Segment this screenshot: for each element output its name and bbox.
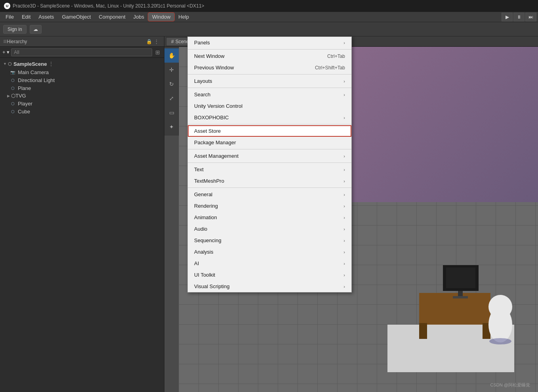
layouts-arrow: › [343,79,345,84]
menu-asset-store[interactable]: Asset Store [188,125,351,137]
animation-arrow: › [343,215,345,220]
scene-item-samplescene[interactable]: ▼ ⬡ SampleScene ⋮ [0,59,164,68]
svg-rect-7 [453,296,468,298]
scene-options-button[interactable]: ⋮ [47,61,55,67]
search-arrow: › [343,92,345,97]
hierarchy-content: ▼ ⬡ SampleScene ⋮ 📷 Main Camera ⬡ Direct… [0,58,164,117]
divider-3 [188,88,351,88]
title-bar: U Practice3D - SampleScene - Windows, Ma… [0,0,538,12]
scale-tool[interactable]: ⤢ [164,91,179,105]
title-text: Practice3D - SampleScene - Windows, Mac,… [13,3,204,9]
hand-tool[interactable]: ✋ [164,48,179,63]
cube-label: Cube [18,109,30,115]
menu-edit[interactable]: Edit [18,13,34,21]
general-arrow: › [343,192,345,197]
svg-rect-2 [419,323,427,339]
hierarchy-item-player[interactable]: ⬡ Player [0,99,164,107]
menu-boxophobic[interactable]: BOXOPHOBIC › [188,112,351,123]
menu-text[interactable]: Text › [188,164,351,175]
cube-icon: ⬡ [10,108,16,115]
scene-tab-label: Scene [176,39,189,44]
svg-rect-6 [458,291,463,297]
menu-file[interactable]: File [2,13,18,21]
menu-animation[interactable]: Animation › [188,212,351,223]
light-icon: ⬡ [10,77,16,83]
hierarchy-item-tvg[interactable]: ▶ ⬡ TVG [0,92,164,99]
step-button[interactable]: ⏭ [525,13,536,21]
plane-label: Plane [18,85,31,91]
plane-icon: ⬡ [10,85,16,91]
watermark: CSDN @阿松爱睡觉 [490,382,530,388]
menu-visual-scripting[interactable]: Visual Scripting › [188,281,351,292]
menu-ai[interactable]: AI › [188,258,351,269]
menu-textmeshpro[interactable]: TextMeshPro › [188,175,351,187]
rendering-arrow: › [343,204,345,208]
textmeshpro-arrow: › [343,179,345,184]
unity-logo: U [4,3,10,9]
divider-1 [188,49,351,50]
hierarchy-toolbar: + ▾ ⊞ [0,47,164,58]
menu-package-manager[interactable]: Package Manager [188,137,351,148]
menu-component[interactable]: Component [95,13,129,21]
menu-sequencing[interactable]: Sequencing › [188,235,351,246]
text-arrow: › [343,167,345,172]
svg-rect-5 [446,268,475,288]
menu-gameobject[interactable]: GameObject [58,13,95,21]
menu-assets[interactable]: Assets [34,13,58,21]
rect-tool[interactable]: ▭ [164,105,179,120]
hierarchy-icon: ☰ [3,39,7,44]
player-icon: ⬡ [10,100,16,107]
divider-4 [188,124,351,124]
menu-version-control[interactable]: Unity Version Control [188,100,351,112]
menu-window[interactable]: Window [148,13,174,21]
rotate-tool[interactable]: ↻ [164,77,179,91]
hierarchy-item-plane[interactable]: ⬡ Plane [0,84,164,92]
main-camera-label: Main Camera [18,69,49,75]
menu-help[interactable]: Help [174,13,193,21]
play-button[interactable]: ▶ [502,13,513,21]
hierarchy-header: ☰ Hierarchy 🔒 ⋮ [0,36,164,47]
hierarchy-item-main-camera[interactable]: 📷 Main Camera [0,68,164,76]
window-dropdown-menu: Panels › Next Window Ctrl+Tab Previous W… [187,36,352,293]
divider-2 [188,74,351,75]
hierarchy-item-directional-light[interactable]: ⬡ Directional Light [0,76,164,84]
menu-rendering[interactable]: Rendering › [188,200,351,212]
menu-layouts[interactable]: Layouts › [188,75,351,87]
menu-ui-toolkit[interactable]: UI Toolkit › [188,269,351,281]
menu-audio[interactable]: Audio › [188,223,351,235]
divider-7 [188,187,351,188]
hierarchy-title: Hierarchy [7,39,27,44]
hierarchy-search-input[interactable] [11,48,152,56]
directional-light-label: Directional Light [18,77,55,83]
menu-next-window[interactable]: Next Window Ctrl+Tab [188,50,351,62]
player-label: Player [18,101,32,107]
top-toolbar: Sign in ☁ [0,22,538,36]
hierarchy-panel: ☰ Hierarchy 🔒 ⋮ + ▾ ⊞ ▼ ⬡ SampleScene ⋮ … [0,36,164,392]
hierarchy-item-cube[interactable]: ⬡ Cube [0,107,164,115]
menu-search[interactable]: Search › [188,89,351,100]
asset-management-arrow: › [343,154,345,159]
hierarchy-options-button[interactable]: ⋮ [152,38,161,45]
menu-bar: File Edit Assets GameObject Component Jo… [0,12,538,22]
ai-arrow: › [343,261,345,266]
menu-prev-window[interactable]: Previous Window Ctrl+Shift+Tab [188,62,351,73]
transform-tool[interactable]: ✦ [164,120,179,134]
tvg-chevron: ▶ [7,94,10,98]
menu-jobs[interactable]: Jobs [130,13,148,21]
play-controls: ▶ ⏸ ⏭ [502,13,536,21]
menu-analysis[interactable]: Analysis › [188,246,351,258]
sky-background [322,47,538,202]
hierarchy-filter-button[interactable]: ⊞ [154,49,162,55]
hierarchy-add-button[interactable]: + ▾ [2,49,10,55]
sign-in-button[interactable]: Sign in [3,25,27,34]
pause-button[interactable]: ⏸ [513,13,525,21]
menu-panels[interactable]: Panels › [188,37,351,48]
menu-asset-management[interactable]: Asset Management › [188,150,351,162]
camera-icon: 📷 [10,69,16,75]
move-tool[interactable]: ✛ [164,63,179,77]
scene-name: SampleScene [13,61,47,67]
cloud-button[interactable]: ☁ [30,25,42,34]
boxophobic-arrow: › [343,115,345,120]
menu-general[interactable]: General › [188,189,351,200]
svg-point-10 [489,338,511,344]
